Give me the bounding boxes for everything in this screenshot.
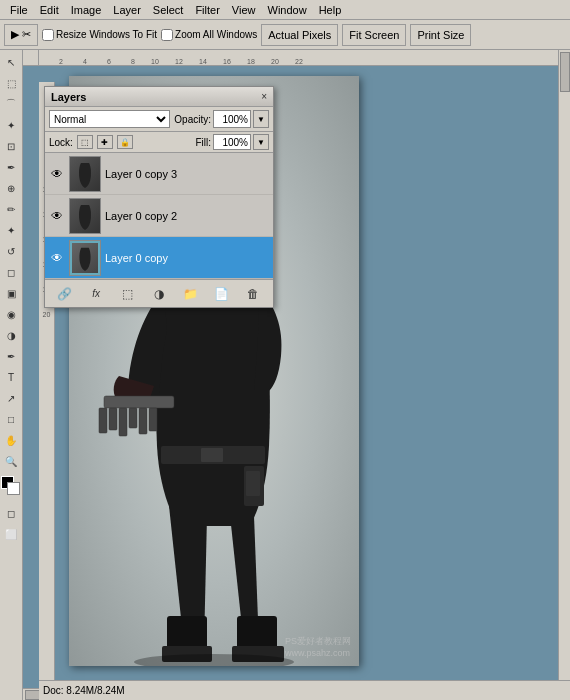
fill-group: Fill: ▼: [195, 134, 269, 150]
eraser-tool[interactable]: ◻: [1, 262, 21, 282]
menu-item-layer[interactable]: Layer: [107, 4, 147, 16]
ruler-corner: [23, 50, 39, 66]
opacity-input[interactable]: [213, 110, 251, 128]
select-tool-btn[interactable]: ▶ ✂: [4, 24, 38, 46]
scrollbar-vertical[interactable]: [558, 50, 570, 680]
opacity-group: Opacity: ▼: [174, 110, 269, 128]
layers-lock-row: Lock: ⬚ ✚ 🔒 Fill: ▼: [45, 132, 273, 153]
layers-panel-title: Layers: [51, 91, 86, 103]
magic-wand-tool[interactable]: ✦: [1, 115, 21, 135]
fill-arrow[interactable]: ▼: [253, 134, 269, 150]
layer-name-1: Layer 0 copy 2: [105, 210, 269, 222]
dodge-tool[interactable]: ◑: [1, 325, 21, 345]
zoom-tool[interactable]: 🔍: [1, 451, 21, 471]
svg-rect-6: [104, 396, 174, 408]
layer-name-2: Layer 0 copy: [105, 252, 269, 264]
svg-rect-5: [201, 448, 223, 462]
menu-item-window[interactable]: Window: [262, 4, 313, 16]
group-btn[interactable]: 📁: [180, 284, 200, 304]
lasso-tool[interactable]: ⌒: [1, 94, 21, 114]
layers-close-btn[interactable]: ×: [261, 91, 267, 102]
opacity-arrow[interactable]: ▼: [253, 110, 269, 128]
status-bar: Doc: 8.24M/8.24M: [39, 680, 570, 700]
svg-rect-8: [109, 408, 117, 430]
move-tool[interactable]: ↖: [1, 52, 21, 72]
menu-item-file[interactable]: File: [4, 4, 34, 16]
toolbar: ▶ ✂ Resize Windows To Fit Zoom All Windo…: [0, 20, 570, 50]
fit-screen-btn[interactable]: Fit Screen: [342, 24, 406, 46]
text-tool[interactable]: T: [1, 367, 21, 387]
svg-rect-7: [99, 408, 107, 433]
color-swatches[interactable]: [1, 476, 21, 498]
layer-item-selected[interactable]: 👁 Layer 0 copy: [45, 237, 273, 279]
layers-controls: Normal Opacity: ▼: [45, 107, 273, 132]
menu-item-view[interactable]: View: [226, 4, 262, 16]
pen-tool[interactable]: ✒: [1, 346, 21, 366]
canvas-area: 2 4 6 8 10 12 14 16 18 20 22 2 4 6 8 10: [23, 50, 570, 700]
blend-mode-select[interactable]: Normal: [49, 110, 170, 128]
screen-mode-tool[interactable]: ⬜: [1, 524, 21, 544]
svg-rect-10: [129, 408, 137, 428]
quick-mask-tool[interactable]: ◻: [1, 503, 21, 523]
layers-panel: Layers × Normal Opacity: ▼ Lock: [44, 86, 274, 308]
layer-thumbnail-1: [69, 198, 101, 234]
resize-windows-check[interactable]: Resize Windows To Fit: [42, 29, 157, 41]
svg-rect-18: [246, 471, 260, 496]
svg-rect-12: [149, 408, 157, 431]
menu-bar: File Edit Image Layer Select Filter View…: [0, 0, 570, 20]
scrollbar-thumb-v[interactable]: [560, 52, 570, 92]
history-brush-tool[interactable]: ↺: [1, 241, 21, 261]
layer-thumbnail-2: [69, 240, 101, 276]
shape-tool[interactable]: □: [1, 409, 21, 429]
ruler-top: 2 4 6 8 10 12 14 16 18 20 22: [39, 50, 558, 66]
print-size-btn[interactable]: Print Size: [410, 24, 471, 46]
layer-item[interactable]: 👁 Layer 0 copy 3: [45, 153, 273, 195]
add-mask-btn[interactable]: ⬚: [118, 284, 138, 304]
delete-layer-btn[interactable]: 🗑: [243, 284, 263, 304]
menu-item-image[interactable]: Image: [65, 4, 108, 16]
menu-item-select[interactable]: Select: [147, 4, 190, 16]
marquee-tool[interactable]: ⬚: [1, 73, 21, 93]
layer-visibility-1[interactable]: 👁: [49, 208, 65, 224]
layer-thumbnail-0: [69, 156, 101, 192]
zoom-all-check[interactable]: Zoom All Windows: [161, 29, 257, 41]
menu-item-help[interactable]: Help: [313, 4, 348, 16]
new-layer-btn[interactable]: 📄: [212, 284, 232, 304]
layer-visibility-2[interactable]: 👁: [49, 250, 65, 266]
hand-tool[interactable]: ✋: [1, 430, 21, 450]
menu-item-filter[interactable]: Filter: [189, 4, 225, 16]
fx-btn[interactable]: fx: [86, 284, 106, 304]
brush-tool[interactable]: ✏: [1, 199, 21, 219]
healing-tool[interactable]: ⊕: [1, 178, 21, 198]
menu-item-edit[interactable]: Edit: [34, 4, 65, 16]
adjustment-btn[interactable]: ◑: [149, 284, 169, 304]
clone-tool[interactable]: ✦: [1, 220, 21, 240]
layers-title-bar[interactable]: Layers ×: [45, 87, 273, 107]
svg-rect-11: [139, 408, 147, 434]
layers-bottom-toolbar: 🔗 fx ⬚ ◑ 📁 📄 🗑: [45, 279, 273, 307]
fill-input[interactable]: [213, 134, 251, 150]
gradient-tool[interactable]: ▣: [1, 283, 21, 303]
lock-all-btn[interactable]: 🔒: [117, 135, 133, 149]
layers-list: 👁 Layer 0 copy 3 👁: [45, 153, 273, 279]
crop-tool[interactable]: ⊡: [1, 136, 21, 156]
canvas-content: 2 4 6 8 10 12 14 16 18 20: [39, 66, 570, 680]
watermark: PS爱好者教程网 www.psahz.com: [285, 635, 351, 658]
path-select-tool[interactable]: ↗: [1, 388, 21, 408]
svg-rect-9: [119, 408, 127, 436]
lock-pixel-btn[interactable]: ⬚: [77, 135, 93, 149]
blur-tool[interactable]: ◉: [1, 304, 21, 324]
layer-visibility-0[interactable]: 👁: [49, 166, 65, 182]
eyedropper-tool[interactable]: ✒: [1, 157, 21, 177]
lock-position-btn[interactable]: ✚: [97, 135, 113, 149]
main-area: ↖ ⬚ ⌒ ✦ ⊡ ✒ ⊕ ✏ ✦ ↺ ◻ ▣ ◉ ◑ ✒ T ↗ □ ✋ 🔍 …: [0, 50, 570, 700]
tool-panel: ↖ ⬚ ⌒ ✦ ⊡ ✒ ⊕ ✏ ✦ ↺ ◻ ▣ ◉ ◑ ✒ T ↗ □ ✋ 🔍 …: [0, 50, 23, 700]
actual-pixels-btn[interactable]: Actual Pixels: [261, 24, 338, 46]
layer-item[interactable]: 👁 Layer 0 copy 2: [45, 195, 273, 237]
link-layers-btn[interactable]: 🔗: [55, 284, 75, 304]
layer-name-0: Layer 0 copy 3: [105, 168, 269, 180]
